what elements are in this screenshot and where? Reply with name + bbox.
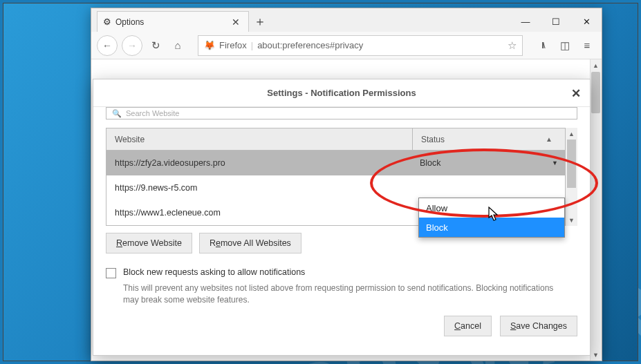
url-scheme-label: Firefox <box>219 40 247 50</box>
search-website-input[interactable]: 🔍 Search Website <box>106 107 577 119</box>
scroll-up-arrow-icon[interactable]: ▲ <box>566 128 577 140</box>
column-header-website-label: Website <box>115 135 145 144</box>
new-tab-button[interactable]: ＋ <box>249 11 271 32</box>
table-scrollbar-track[interactable]: ▲ ▼ <box>566 128 577 226</box>
permissions-table: Website Status ▲ https://zfy2a.videosupe… <box>106 128 566 226</box>
sidebar-icon[interactable]: ◫ <box>556 35 574 56</box>
nav-toolbar: ← → ↻ ⌂ 🦊 Firefox | about:preferences#pr… <box>91 32 602 59</box>
status-value: Block <box>420 158 441 168</box>
home-button[interactable]: ⌂ <box>169 35 187 56</box>
cancel-button[interactable]: Cancel <box>444 316 492 336</box>
back-button[interactable]: ← <box>97 35 118 56</box>
dialog-close-button[interactable]: ✕ <box>566 84 586 103</box>
save-changes-button[interactable]: Save Changes <box>500 316 577 336</box>
cell-website: https://zfy2a.videosupers.pro <box>106 158 413 168</box>
window-close-button[interactable]: ✕ <box>571 11 602 32</box>
cell-website: https://www1.ecleneue.com <box>106 208 413 218</box>
url-text: about:preferences#privacy <box>257 40 503 50</box>
bookmark-star-icon[interactable]: ☆ <box>508 39 517 52</box>
reload-button[interactable]: ↻ <box>147 35 165 56</box>
scroll-up-arrow-icon[interactable]: ▲ <box>590 59 602 71</box>
page-scrollbar-track[interactable]: ▲ ▼ <box>590 59 602 361</box>
gear-icon: ⚙ <box>103 17 111 27</box>
table-row[interactable]: https://zfy2a.videosupers.pro Block ▼ <box>106 151 565 175</box>
table-body: https://zfy2a.videosupers.pro Block ▼ ht… <box>106 151 565 225</box>
table-scrollbar-thumb[interactable] <box>567 140 576 188</box>
remove-all-websites-button[interactable]: Remove All Websites <box>199 233 301 253</box>
remove-website-button[interactable]: Remove Website <box>106 233 192 253</box>
column-header-website[interactable]: Website <box>106 128 413 150</box>
status-dropdown[interactable]: Block ▼ <box>413 158 565 168</box>
sort-arrow-icon: ▲ <box>546 135 552 143</box>
status-dropdown-menu: Allow Block <box>418 198 565 238</box>
browser-body: ▲ ▼ Settings - Notification Permissions … <box>91 59 602 361</box>
window-controls: — ☐ ✕ <box>510 11 602 32</box>
dialog-header: Settings - Notification Permissions ✕ <box>93 79 590 107</box>
dropdown-option-block[interactable]: Block <box>419 218 564 237</box>
window-minimize-button[interactable]: — <box>510 11 541 32</box>
menu-icon[interactable]: ≡ <box>578 35 596 56</box>
block-new-requests-label: Block new requests asking to allow notif… <box>123 267 305 277</box>
chevron-down-icon: ▼ <box>552 160 558 166</box>
search-placeholder: Search Website <box>126 109 179 117</box>
notification-permissions-dialog: Settings - Notification Permissions ✕ 🔍 … <box>93 79 591 356</box>
dropdown-option-label: Allow <box>426 203 447 213</box>
cell-website: https://9.news-r5.com <box>106 183 413 193</box>
library-icon[interactable]: ll\ <box>534 35 552 56</box>
tab-options[interactable]: ⚙ Options ✕ <box>97 11 249 32</box>
block-new-requests-checkbox[interactable] <box>106 268 116 278</box>
window-maximize-button[interactable]: ☐ <box>541 11 571 32</box>
dropdown-option-allow[interactable]: Allow <box>419 198 564 218</box>
scroll-down-arrow-icon[interactable]: ▼ <box>590 349 602 361</box>
firefox-icon: 🦊 <box>204 40 215 50</box>
tab-title: Options <box>115 17 144 27</box>
block-new-requests-row: Block new requests asking to allow notif… <box>106 267 577 278</box>
url-separator: | <box>251 40 253 50</box>
dialog-title: Settings - Notification Permissions <box>267 88 416 98</box>
tab-strip: ⚙ Options ✕ ＋ — ☐ ✕ <box>91 8 602 32</box>
block-new-requests-help: This will prevent any websites not liste… <box>123 282 566 306</box>
desktop-background: ⚙ Options ✕ ＋ — ☐ ✕ ← → ↻ ⌂ 🦊 Firefox | … <box>3 3 638 361</box>
column-header-status-label: Status <box>421 135 445 144</box>
dropdown-option-label: Block <box>426 222 448 233</box>
search-icon: 🔍 <box>112 109 122 118</box>
forward-button[interactable]: → <box>122 35 142 56</box>
page-scrollbar-thumb[interactable] <box>591 72 600 113</box>
firefox-window: ⚙ Options ✕ ＋ — ☐ ✕ ← → ↻ ⌂ 🦊 Firefox | … <box>91 8 602 361</box>
scroll-down-arrow-icon[interactable]: ▼ <box>566 214 577 226</box>
address-bar[interactable]: 🦊 Firefox | about:preferences#privacy ☆ <box>198 35 523 56</box>
table-header-row: Website Status ▲ <box>106 128 565 151</box>
dialog-footer: Cancel Save Changes <box>106 306 577 336</box>
dialog-body: 🔍 Search Website Website Status <box>93 107 590 355</box>
table-row[interactable]: https://9.news-r5.com <box>106 175 565 200</box>
tab-close-button[interactable]: ✕ <box>229 17 243 28</box>
column-header-status[interactable]: Status ▲ <box>413 128 565 150</box>
